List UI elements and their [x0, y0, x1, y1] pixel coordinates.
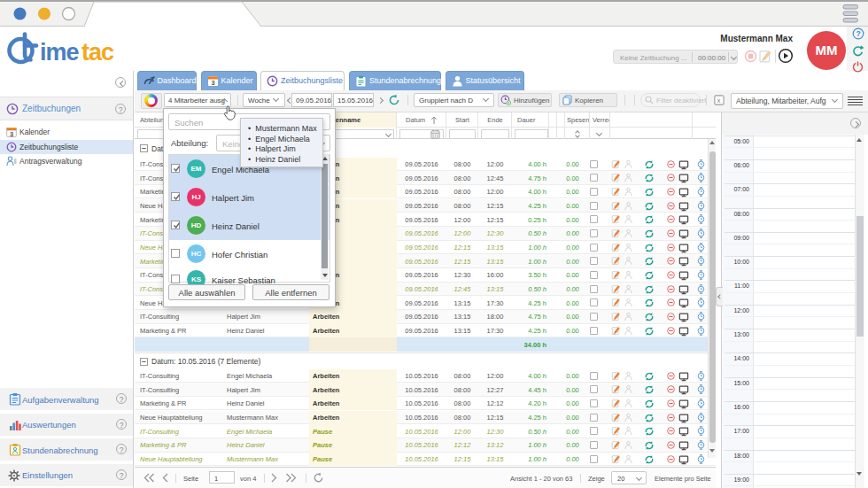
svg-text:ime: ime: [40, 39, 80, 66]
svg-text:3: 3: [211, 79, 214, 87]
svg-text:x: x: [717, 97, 721, 104]
svg-text:3: 3: [10, 130, 13, 138]
svg-text:tac: tac: [81, 39, 114, 66]
svg-text:?: ?: [856, 29, 860, 38]
